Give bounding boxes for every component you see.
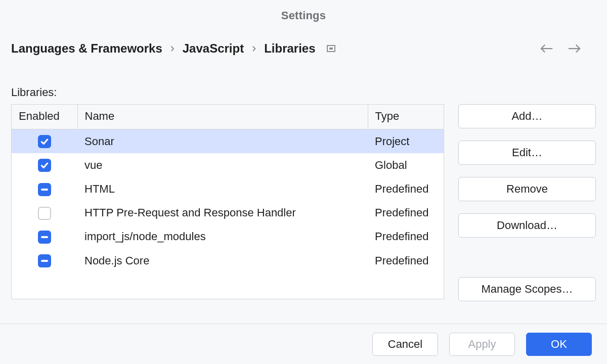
column-header-enabled[interactable]: Enabled — [12, 105, 77, 129]
column-header-type[interactable]: Type — [368, 105, 444, 129]
library-name: HTML — [77, 177, 368, 201]
forward-arrow-icon[interactable] — [568, 43, 582, 54]
library-name: import_js/node_modules — [77, 225, 368, 249]
add-button[interactable]: Add… — [458, 104, 596, 128]
edit-button[interactable]: Edit… — [458, 141, 596, 165]
remove-button[interactable]: Remove — [458, 177, 596, 201]
library-type: Predefined — [368, 225, 444, 249]
back-arrow-icon[interactable] — [539, 43, 553, 54]
download-button[interactable]: Download… — [458, 213, 596, 238]
breadcrumb-item-javascript[interactable]: JavaScript — [183, 41, 244, 56]
enabled-checkbox[interactable] — [38, 207, 51, 220]
window-title: Settings — [0, 9, 607, 22]
table-row[interactable]: vueGlobal — [12, 153, 444, 177]
table-row[interactable]: HTMLPredefined — [12, 177, 444, 201]
enabled-checkbox[interactable] — [38, 159, 51, 172]
side-button-panel: Add… Edit… Remove Download… Manage Scope… — [458, 104, 596, 301]
breadcrumb-bar: Languages & Frameworks › JavaScript › Li… — [11, 41, 596, 56]
breadcrumb-item-libraries[interactable]: Libraries — [264, 41, 315, 56]
cancel-button[interactable]: Cancel — [372, 333, 438, 356]
apply-button: Apply — [449, 333, 515, 356]
enabled-checkbox[interactable] — [38, 183, 51, 196]
collapse-icon[interactable] — [327, 45, 335, 52]
table-row[interactable]: Node.js CorePredefined — [12, 249, 444, 272]
ok-button[interactable]: OK — [526, 333, 592, 356]
breadcrumb-item-languages[interactable]: Languages & Frameworks — [11, 41, 162, 56]
library-name: Sonar — [77, 129, 368, 154]
library-type: Predefined — [368, 201, 444, 225]
libraries-label: Libraries: — [11, 86, 596, 99]
breadcrumb: Languages & Frameworks › JavaScript › Li… — [11, 41, 335, 56]
nav-arrows — [539, 43, 596, 54]
column-header-name[interactable]: Name — [77, 105, 368, 129]
dialog-footer: Cancel Apply OK — [0, 324, 607, 364]
enabled-checkbox[interactable] — [38, 231, 51, 244]
enabled-checkbox[interactable] — [38, 135, 51, 148]
manage-scopes-button[interactable]: Manage Scopes… — [458, 277, 596, 301]
enabled-checkbox[interactable] — [38, 254, 51, 267]
library-name: Node.js Core — [77, 249, 368, 272]
table-row[interactable]: SonarProject — [12, 129, 444, 154]
library-type: Global — [368, 153, 444, 177]
spacer — [458, 250, 596, 265]
table-row[interactable]: HTTP Pre-Request and Response HandlerPre… — [12, 201, 444, 225]
library-type: Predefined — [368, 249, 444, 272]
library-type: Predefined — [368, 177, 444, 201]
library-name: HTTP Pre-Request and Response Handler — [77, 201, 368, 225]
library-name: vue — [77, 153, 368, 177]
libraries-table: Enabled Name Type SonarProjectvueGlobalH… — [11, 104, 444, 299]
table-row[interactable]: import_js/node_modulesPredefined — [12, 225, 444, 249]
library-type: Project — [368, 129, 444, 154]
breadcrumb-separator: › — [252, 41, 256, 55]
breadcrumb-separator: › — [170, 41, 175, 55]
